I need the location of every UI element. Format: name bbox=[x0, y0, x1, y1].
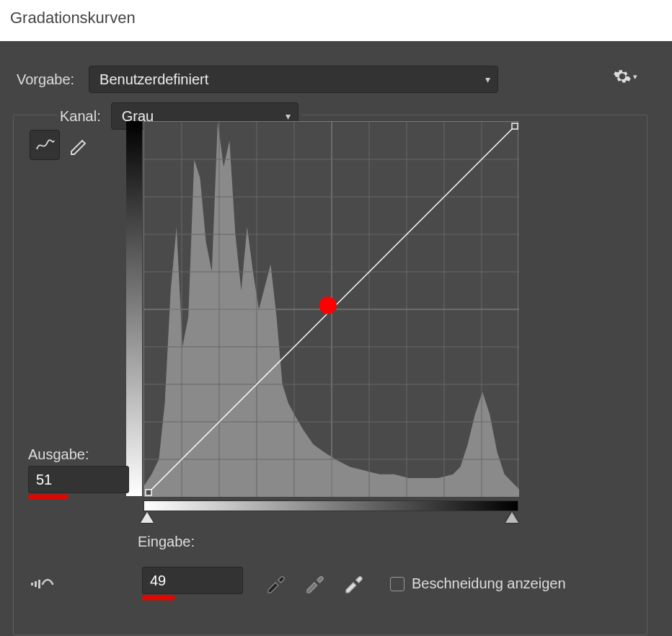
clipping-checkbox[interactable] bbox=[390, 577, 404, 591]
slider-white-handle[interactable] bbox=[141, 512, 154, 523]
curves-graph[interactable] bbox=[143, 121, 518, 496]
preset-label: Vorgabe: bbox=[17, 71, 74, 88]
channel-label: Kanal: bbox=[60, 108, 101, 125]
pencil-tool-button[interactable] bbox=[63, 130, 93, 160]
clipping-label: Beschneidung anzeigen bbox=[412, 575, 566, 592]
output-gradient bbox=[126, 121, 142, 496]
curve-tool-button[interactable] bbox=[30, 130, 60, 160]
black-point-eyedropper[interactable] bbox=[265, 572, 286, 596]
window-title: Gradationskurven bbox=[0, 0, 672, 45]
output-label: Ausgabe: bbox=[28, 446, 129, 463]
chevron-down-icon: ▾ bbox=[485, 74, 490, 85]
black-white-slider[interactable] bbox=[143, 511, 518, 527]
gear-icon bbox=[613, 67, 632, 86]
input-label: Eingabe: bbox=[138, 534, 195, 550]
preset-select[interactable]: Benutzerdefiniert ▾ bbox=[89, 66, 498, 93]
annotation-underline bbox=[142, 596, 175, 601]
auto-button[interactable] bbox=[30, 574, 54, 594]
svg-rect-22 bbox=[31, 583, 33, 586]
svg-rect-23 bbox=[35, 581, 37, 587]
preset-value: Benutzerdefiniert bbox=[100, 71, 208, 88]
svg-rect-21 bbox=[512, 123, 518, 129]
white-point-eyedropper[interactable] bbox=[342, 572, 364, 596]
pencil-icon bbox=[68, 135, 88, 155]
preset-menu-button[interactable]: ▾ bbox=[613, 67, 637, 86]
svg-rect-24 bbox=[38, 580, 40, 588]
curves-overlay bbox=[144, 122, 519, 497]
curve-point-handle[interactable] bbox=[319, 297, 337, 314]
eyedropper-icon bbox=[265, 572, 286, 593]
gray-point-eyedropper[interactable] bbox=[304, 572, 325, 596]
caret-down-icon: ▾ bbox=[633, 72, 637, 81]
slider-black-handle[interactable] bbox=[505, 512, 518, 523]
svg-rect-20 bbox=[146, 490, 151, 495]
output-field[interactable] bbox=[28, 466, 129, 493]
input-gradient bbox=[143, 500, 518, 511]
annotation-underline bbox=[28, 495, 68, 500]
input-field[interactable] bbox=[142, 567, 243, 594]
curves-panel: Vorgabe: Benutzerdefiniert ▾ ▾ Kanal: Gr… bbox=[0, 41, 672, 636]
curve-icon bbox=[35, 135, 55, 155]
eyedropper-icon bbox=[304, 572, 325, 593]
auto-icon bbox=[30, 574, 54, 594]
eyedropper-icon bbox=[342, 572, 364, 593]
chevron-down-icon: ▾ bbox=[286, 110, 291, 122]
curves-fieldset: Kanal: Grau ▾ bbox=[13, 115, 647, 635]
